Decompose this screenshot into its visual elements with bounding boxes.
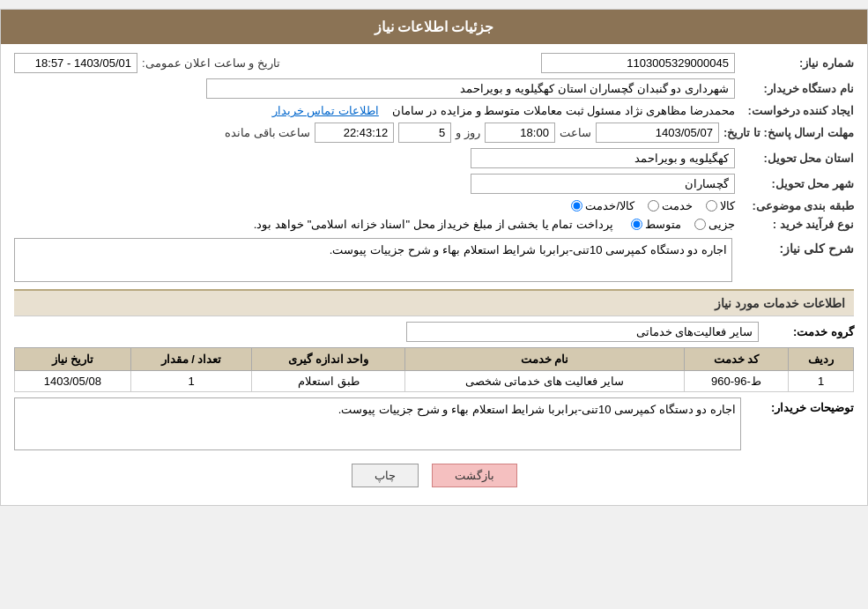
deadline-row: مهلت ارسال پاسخ: تا تاریخ: ساعت روز و سا… (14, 123, 854, 143)
need-number-label: شماره نیاز: (739, 56, 854, 70)
city-row: شهر محل تحویل: (14, 174, 854, 194)
purchase-note: پرداخت تمام یا بخشی از مبلغ خریداز محل "… (254, 218, 613, 231)
deadline-remaining-input[interactable] (315, 123, 394, 143)
services-section-title: اطلاعات خدمات مورد نیاز (715, 296, 845, 310)
deadline-label: مهلت ارسال پاسخ: تا تاریخ: (723, 126, 854, 139)
buyer-input[interactable] (206, 78, 735, 99)
province-label: استان محل تحویل: (739, 152, 854, 165)
category-kala-khedmat-radio[interactable] (571, 200, 582, 212)
group-service-row: گروه خدمت: (14, 322, 854, 342)
purchase-jozvi-radio[interactable] (694, 219, 706, 230)
category-kala-khedmat-item: کالا/خدمت (571, 199, 634, 212)
category-kala-label: کالا (720, 199, 735, 212)
content-area: شماره نیاز: تاریخ و ساعت اعلان عمومی: نا… (1, 44, 867, 505)
page-header: جزئیات اطلاعات نیاز (1, 10, 867, 44)
cell-code: ط-96-960 (684, 371, 788, 392)
category-row: طبقه بندی موضوعی: کالا/خدمت خدمت کالا (14, 199, 854, 212)
category-kala-khedmat-label: کالا/خدمت (585, 199, 634, 212)
group-label: گروه خدمت: (766, 325, 854, 338)
deadline-time-label: ساعت (560, 126, 591, 139)
creator-label: ایجاد کننده درخواست: (739, 104, 854, 117)
category-label: طبقه بندی موضوعی: (739, 199, 854, 212)
cell-unit: طبق استعلام (252, 371, 405, 392)
services-section-header: اطلاعات خدمات مورد نیاز (14, 289, 854, 316)
col-row-num: ردیف (789, 348, 854, 371)
deadline-date-input[interactable] (596, 123, 719, 143)
purchase-motavaset-radio[interactable] (631, 219, 642, 230)
province-input[interactable] (471, 148, 735, 168)
need-description-label: شرح کلی نیاز: (739, 238, 854, 256)
cell-qty: 1 (130, 371, 252, 392)
creator-row: ایجاد کننده درخواست: محمدرضا مظاهری نژاد… (14, 104, 854, 117)
category-khedmat-label: خدمت (662, 199, 693, 212)
purchase-motavaset-item: متوسط (631, 218, 681, 231)
deadline-day-label: روز و (456, 126, 480, 139)
category-radio-group: کالا/خدمت خدمت کالا (571, 199, 735, 212)
purchase-jozvi-item: جزیی (694, 218, 735, 231)
deadline-days-input[interactable] (398, 123, 451, 143)
col-qty: تعداد / مقدار (130, 348, 252, 371)
category-khedmat-radio[interactable] (648, 200, 659, 212)
col-code: کد خدمت (684, 348, 788, 371)
buttons-row: بازگشت چاپ (14, 464, 854, 487)
cell-row-num: 1 (789, 371, 854, 392)
city-label: شهر محل تحویل: (739, 177, 854, 190)
services-table-header-row: ردیف کد خدمت نام خدمت واحد اندازه گیری ت… (15, 348, 854, 371)
buyer-label: نام دستگاه خریدار: (739, 82, 854, 95)
need-description-section: شرح کلی نیاز: (14, 238, 854, 282)
buyer-desc-label: توضیحات خریدار: (748, 397, 854, 414)
need-description-textarea[interactable] (14, 238, 732, 282)
group-input[interactable] (406, 322, 759, 342)
category-kala-radio[interactable] (706, 200, 717, 212)
table-row: 1 ط-96-960 سایر فعالیت های خدماتی شخصی ط… (15, 371, 854, 392)
col-date: تاریخ نیاز (15, 348, 131, 371)
category-kala-item: کالا (706, 199, 735, 212)
purchase-type-radio-group: متوسط جزیی (631, 218, 735, 231)
creator-contact-link[interactable]: اطلاعات تماس خریدار (272, 104, 379, 117)
purchase-type-row: نوع فرآیند خرید : متوسط جزیی پرداخت تمام… (14, 218, 854, 231)
category-khedmat-item: خدمت (648, 199, 693, 212)
col-unit: واحد اندازه گیری (252, 348, 405, 371)
buyer-desc-textarea[interactable] (14, 397, 741, 450)
purchase-jozvi-label: جزیی (708, 218, 735, 231)
deadline-remaining-label: ساعت باقی مانده (225, 126, 310, 139)
col-name: نام خدمت (405, 348, 685, 371)
cell-name: سایر فعالیت های خدماتی شخصی (405, 371, 685, 392)
datetime-label: تاریخ و ساعت اعلان عمومی: (142, 56, 280, 70)
need-number-row: شماره نیاز: تاریخ و ساعت اعلان عمومی: (14, 53, 854, 73)
page-title: جزئیات اطلاعات نیاز (375, 19, 494, 34)
purchase-type-label: نوع فرآیند خرید : (739, 218, 854, 231)
city-input[interactable] (471, 174, 735, 194)
back-button[interactable]: بازگشت (432, 464, 517, 487)
creator-name: محمدرضا مظاهری نژاد مسئول ثبت معاملات مت… (392, 104, 735, 117)
need-number-input[interactable] (541, 53, 735, 73)
purchase-motavaset-label: متوسط (645, 218, 681, 231)
deadline-time-input[interactable] (485, 123, 555, 143)
services-table: ردیف کد خدمت نام خدمت واحد اندازه گیری ت… (14, 347, 854, 392)
cell-date: 1403/05/08 (15, 371, 131, 392)
province-row: استان محل تحویل: (14, 148, 854, 168)
datetime-input[interactable] (14, 53, 137, 73)
page-container: جزئیات اطلاعات نیاز شماره نیاز: تاریخ و … (0, 9, 868, 506)
buyer-row: نام دستگاه خریدار: (14, 78, 854, 99)
print-button[interactable]: چاپ (352, 464, 419, 487)
buyer-desc-row: توضیحات خریدار: (14, 397, 854, 450)
